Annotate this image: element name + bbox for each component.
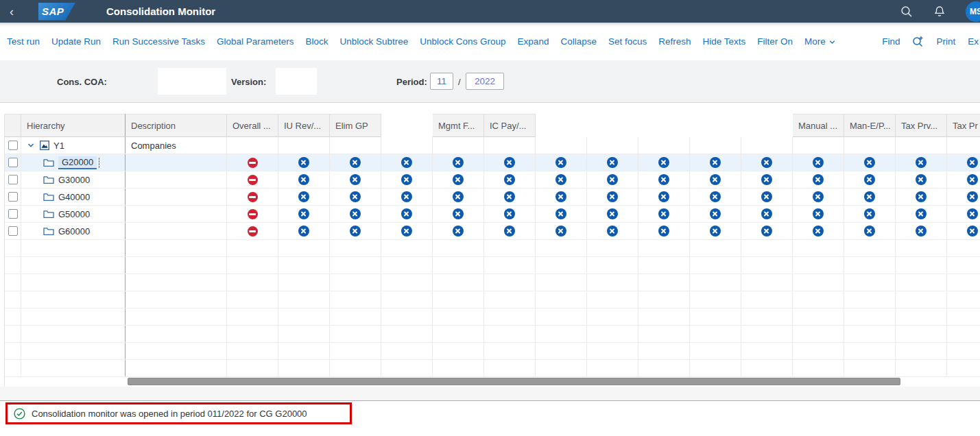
status-blocked-icon[interactable] bbox=[401, 226, 412, 237]
column-header-redacted-1[interactable] bbox=[381, 114, 433, 137]
status-blocked-icon[interactable] bbox=[607, 208, 618, 219]
row-checkbox[interactable] bbox=[8, 175, 18, 184]
node-name[interactable]: G60000 bbox=[58, 226, 90, 237]
status-blocked-icon[interactable] bbox=[298, 174, 309, 185]
status-blocked-icon[interactable] bbox=[504, 226, 515, 237]
chevron-down-icon[interactable] bbox=[27, 141, 35, 149]
status-blocked-icon[interactable] bbox=[401, 208, 412, 219]
column-header-select[interactable] bbox=[5, 114, 21, 137]
toolbar-button-print[interactable]: Print bbox=[936, 36, 955, 47]
status-blocked-icon[interactable] bbox=[658, 208, 669, 219]
status-blocked-icon[interactable] bbox=[813, 174, 824, 185]
hierarchy-cell[interactable]: G30000 bbox=[21, 171, 126, 188]
status-blocked-icon[interactable] bbox=[813, 208, 824, 219]
back-icon[interactable]: ‹ bbox=[10, 5, 27, 18]
status-blocked-icon[interactable] bbox=[401, 157, 412, 168]
column-header-elim-gp[interactable]: Elim GP bbox=[330, 114, 381, 137]
column-header-mgmt-f[interactable]: Mgmt F... bbox=[433, 114, 484, 137]
toolbar-button-block[interactable]: Block bbox=[305, 36, 328, 47]
status-blocked-icon[interactable] bbox=[555, 208, 566, 219]
status-blocked-icon[interactable] bbox=[761, 191, 772, 202]
column-header-overall[interactable]: Overall ... bbox=[227, 114, 278, 137]
status-blocked-icon[interactable] bbox=[761, 157, 772, 168]
status-blocked-icon[interactable] bbox=[504, 208, 515, 219]
column-header-manual[interactable]: Manual ... bbox=[793, 114, 844, 137]
status-blocked-icon[interactable] bbox=[864, 226, 875, 237]
node-name[interactable]: Y1 bbox=[53, 141, 64, 151]
status-blocked-icon[interactable] bbox=[555, 157, 566, 168]
status-blocked-icon[interactable] bbox=[555, 191, 566, 202]
status-blocked-icon[interactable] bbox=[864, 157, 875, 168]
status-blocked-icon[interactable] bbox=[350, 174, 361, 185]
status-blocked-icon[interactable] bbox=[453, 157, 464, 168]
column-header-ic-pay[interactable]: IC Pay/... bbox=[484, 114, 536, 137]
row-checkbox[interactable] bbox=[8, 192, 18, 202]
status-blocked-icon[interactable] bbox=[298, 208, 309, 219]
status-blocked-icon[interactable] bbox=[350, 157, 361, 168]
toolbar-button-set-focus[interactable]: Set focus bbox=[608, 36, 647, 47]
column-header-redacted-6[interactable] bbox=[741, 114, 793, 137]
toolbar-button-global-parameters[interactable]: Global Parameters bbox=[217, 36, 294, 47]
status-blocked-icon[interactable] bbox=[916, 226, 927, 237]
status-stop-icon[interactable] bbox=[248, 226, 258, 237]
status-blocked-icon[interactable] bbox=[967, 208, 978, 219]
status-blocked-icon[interactable] bbox=[555, 226, 566, 237]
status-stop-icon[interactable] bbox=[248, 158, 258, 168]
hierarchy-cell[interactable]: Y1 bbox=[21, 137, 126, 154]
toolbar-button-unblock-cons-group[interactable]: Unblock Cons Group bbox=[420, 36, 505, 47]
status-blocked-icon[interactable] bbox=[710, 174, 721, 185]
status-blocked-icon[interactable] bbox=[453, 226, 464, 237]
status-blocked-icon[interactable] bbox=[813, 157, 824, 168]
version-value-redacted[interactable] bbox=[276, 68, 317, 95]
status-blocked-icon[interactable] bbox=[504, 174, 515, 185]
status-blocked-icon[interactable] bbox=[967, 191, 978, 202]
status-blocked-icon[interactable] bbox=[298, 157, 309, 168]
status-blocked-icon[interactable] bbox=[967, 157, 978, 168]
toolbar-button-refresh[interactable]: Refresh bbox=[658, 36, 691, 47]
status-blocked-icon[interactable] bbox=[761, 226, 772, 237]
toolbar-button-run-successive-tasks[interactable]: Run Successive Tasks bbox=[112, 36, 205, 47]
status-blocked-icon[interactable] bbox=[453, 208, 464, 219]
status-blocked-icon[interactable] bbox=[350, 191, 361, 202]
status-blocked-icon[interactable] bbox=[658, 157, 669, 168]
status-blocked-icon[interactable] bbox=[298, 226, 309, 237]
node-name[interactable]: G40000 bbox=[58, 192, 90, 202]
status-blocked-icon[interactable] bbox=[864, 208, 875, 219]
status-stop-icon[interactable] bbox=[248, 192, 258, 202]
column-header-redacted-2[interactable] bbox=[536, 114, 587, 137]
status-blocked-icon[interactable] bbox=[401, 191, 412, 202]
column-header-description[interactable]: Description bbox=[126, 114, 227, 137]
status-blocked-icon[interactable] bbox=[813, 226, 824, 237]
toolbar-button-expand[interactable]: Expand bbox=[518, 36, 549, 47]
hierarchy-cell[interactable]: G50000 bbox=[21, 206, 126, 222]
status-blocked-icon[interactable] bbox=[916, 157, 927, 168]
column-header-iu-rev[interactable]: IU Rev/... bbox=[278, 114, 330, 137]
status-blocked-icon[interactable] bbox=[401, 174, 412, 185]
cons-coa-value-redacted[interactable] bbox=[158, 68, 226, 95]
status-blocked-icon[interactable] bbox=[607, 226, 618, 237]
column-header-redacted-3[interactable] bbox=[587, 114, 638, 137]
status-blocked-icon[interactable] bbox=[607, 174, 618, 185]
period-year-input[interactable]: 2022 bbox=[466, 73, 504, 90]
toolbar-button-test-run[interactable]: Test run bbox=[7, 36, 40, 47]
status-blocked-icon[interactable] bbox=[453, 174, 464, 185]
status-blocked-icon[interactable] bbox=[813, 191, 824, 202]
status-blocked-icon[interactable] bbox=[710, 191, 721, 202]
status-stop-icon[interactable] bbox=[248, 175, 258, 185]
horizontal-scrollbar[interactable] bbox=[5, 377, 980, 387]
toolbar-button-unblock-subtree[interactable]: Unblock Subtree bbox=[339, 36, 408, 47]
status-blocked-icon[interactable] bbox=[504, 157, 515, 168]
status-blocked-icon[interactable] bbox=[761, 174, 772, 185]
node-name[interactable]: G50000 bbox=[58, 209, 90, 219]
status-blocked-icon[interactable] bbox=[916, 191, 927, 202]
row-checkbox[interactable] bbox=[8, 158, 18, 167]
column-header-tax-pr[interactable]: Tax Pr bbox=[947, 114, 980, 137]
find-next-icon[interactable] bbox=[912, 36, 924, 47]
status-blocked-icon[interactable] bbox=[350, 208, 361, 219]
toolbar-button-collapse[interactable]: Collapse bbox=[560, 36, 597, 47]
user-avatar[interactable]: MS bbox=[966, 1, 980, 22]
status-blocked-icon[interactable] bbox=[504, 191, 515, 202]
scrollbar-thumb[interactable] bbox=[128, 378, 900, 385]
node-name[interactable]: G20000 bbox=[58, 156, 97, 169]
status-blocked-icon[interactable] bbox=[967, 174, 978, 185]
